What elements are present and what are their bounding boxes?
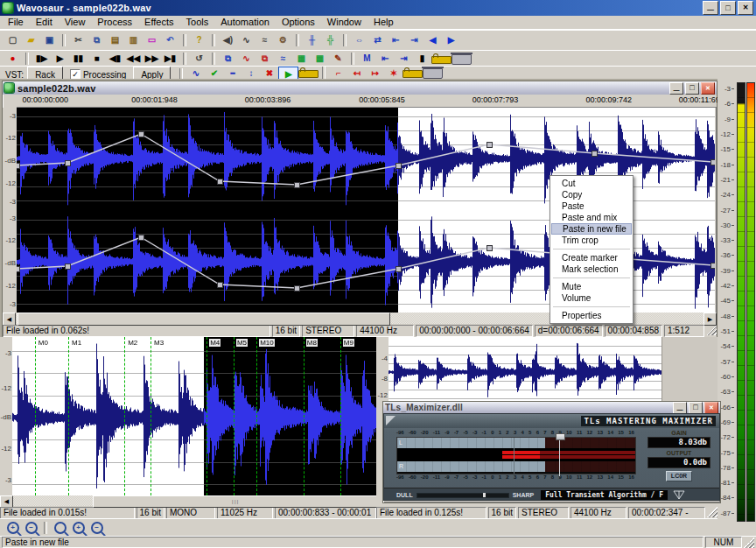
go-start-icon[interactable]: ◀▮ [106,52,124,66]
marker-icon[interactable]: M [358,52,376,66]
context-menu-item[interactable]: Volume [551,292,632,304]
statistics-icon[interactable]: ▦ [292,52,311,66]
context-menu-item[interactable]: Paste and mix [551,212,632,223]
new-file-icon[interactable]: ▢ [4,33,22,47]
context-menu-item[interactable]: Cut [551,178,632,189]
pause-icon[interactable]: ▮▮ [69,52,88,66]
block-icon[interactable]: ▮ [413,52,431,66]
rewind-icon[interactable]: ◀◀ [124,52,143,66]
resample-icon[interactable]: ≈ [256,33,274,47]
menu-item[interactable]: Automation [214,16,276,29]
maximize-icon[interactable] [685,82,699,95]
copy-window-icon[interactable]: ⧉ [256,52,274,66]
routing-icon[interactable]: ∿ [237,33,256,47]
context-menu-item[interactable]: Mute [551,281,632,292]
marker[interactable]: M10 [256,337,258,495]
trash-icon[interactable] [452,54,472,65]
forward-icon[interactable]: ▶▶ [143,52,161,66]
lock-icon[interactable] [431,56,452,64]
minimize-icon[interactable] [669,82,683,95]
paste-icon[interactable]: ▤ [106,33,124,47]
scroll-left-icon[interactable]: ◀ [3,313,16,326]
speaker-config-icon[interactable]: ◀) [219,33,237,47]
context-menu-item[interactable]: Paste [551,200,632,212]
menu-item[interactable]: View [59,16,92,29]
tone-slider[interactable] [416,493,509,498]
pencil-icon[interactable]: ✎ [329,52,347,66]
lock-icon[interactable] [298,70,318,78]
paste-new-window-icon[interactable]: ⧉ [219,52,237,66]
zoom-vertical-out-icon[interactable]: − [88,521,106,535]
plugin-titlebar[interactable]: TLs_Maximizer.dll [383,402,720,413]
play-icon[interactable]: ▶ [51,52,69,66]
selection-marker-out-icon[interactable]: ╬ [321,33,340,47]
menu-item[interactable]: Options [276,16,321,29]
trim-icon[interactable]: ▭ [143,33,161,47]
cut-icon[interactable]: ✂ [69,33,88,47]
marker[interactable]: M5 [234,337,235,495]
expand-selection-icon[interactable]: ⇔ [350,33,368,47]
paste-special-icon[interactable]: ▥ [124,33,143,47]
waveform-canvas[interactable] [12,337,376,495]
menu-item[interactable]: File [2,16,30,29]
undo-icon[interactable]: ↶ [161,33,179,47]
play-from-cursor-icon[interactable]: ▮▶ [32,52,51,66]
stop-icon[interactable]: ■ [88,52,106,66]
zoom-vertical-in-icon[interactable]: + [69,521,88,535]
marker[interactable]: M2 [124,337,126,495]
gain-slider[interactable] [559,435,560,476]
marker[interactable]: M0 [35,337,37,495]
nudge-right-icon[interactable]: ⇥ [405,33,424,47]
menu-item[interactable]: Window [321,16,368,29]
menu-item[interactable]: Effects [138,16,179,29]
zoom-selection-icon[interactable] [51,521,69,535]
resize-grip[interactable] [744,537,754,548]
horizontal-scrollbar[interactable]: ◀ III [0,495,376,506]
context-menu-item[interactable]: Trim crop [551,235,632,246]
context-menu-item[interactable]: Mark selection [551,263,632,275]
menu-item[interactable]: Help [368,16,400,29]
close-icon[interactable] [738,1,753,15]
maximizer-meter[interactable]: L R [396,437,636,474]
waveform-display[interactable]: M0M1M2M3M4M5M10M8M9 [12,337,376,495]
context-menu-item[interactable]: Properties [551,310,632,321]
nudge-left-icon[interactable]: ⇤ [387,33,405,47]
trash-icon[interactable] [423,68,443,79]
close-icon[interactable] [704,402,718,414]
grid-icon[interactable]: ▦ [311,52,329,66]
maximize-icon[interactable] [720,1,736,15]
context-menu-item[interactable]: Paste in new file [551,223,632,235]
settings-wrench-icon[interactable]: ⚙ [274,33,292,47]
lock-icon[interactable] [402,70,423,78]
marker[interactable]: M1 [68,337,70,495]
swap-selection-icon[interactable]: ⇄ [368,33,387,47]
minimize-icon[interactable] [673,402,687,414]
marker[interactable]: M3 [150,337,152,495]
waveform-canvas[interactable] [388,337,662,401]
marker[interactable]: M8 [304,337,305,495]
scroll-right-icon[interactable]: ▶ [704,313,717,326]
envelope-icon[interactable]: ∿ [237,52,256,66]
algorithm-display[interactable]: Full Transient Algorithm / F [541,490,668,500]
menu-item[interactable]: Process [91,16,138,29]
save-icon[interactable]: ▣ [40,33,59,47]
app-titlebar[interactable]: Wavosaur - sample022b.wav [0,0,756,16]
record-icon[interactable]: ● [4,52,22,66]
loop-icon[interactable]: ↺ [190,52,208,66]
resize-grip[interactable] [706,325,717,335]
marker[interactable]: M4 [206,337,208,495]
go-end-icon[interactable]: ▶▮ [161,52,179,66]
context-menu-item[interactable]: Create marker [551,252,632,263]
minimize-icon[interactable] [703,1,718,15]
marker-right-icon[interactable]: ⇥ [395,52,413,66]
scroll-thumb[interactable]: III [93,495,378,508]
marker[interactable]: M9 [340,337,342,495]
selection-marker-in-icon[interactable]: ╫ [303,33,321,47]
cursor-prev-icon[interactable]: ◀ [424,33,442,47]
maximize-icon[interactable] [689,402,703,414]
copy-icon[interactable]: ⧉ [88,33,106,47]
scroll-left-icon[interactable]: ◀ [0,495,13,508]
context-menu-item[interactable]: Copy [551,189,632,200]
zoom-in-icon[interactable]: + [4,521,22,535]
lcr-button[interactable]: LC0R [666,471,692,481]
